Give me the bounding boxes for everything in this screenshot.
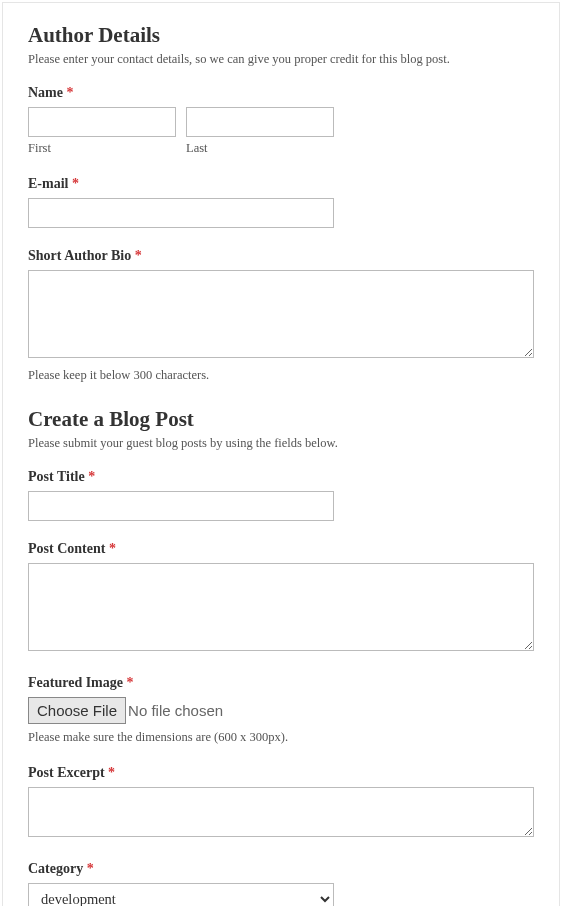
name-label: Name *: [28, 85, 534, 101]
image-field-group: Featured Image * Choose File No file cho…: [28, 675, 534, 745]
required-mark: *: [72, 176, 79, 191]
image-help: Please make sure the dimensions are (600…: [28, 730, 534, 745]
content-label: Post Content *: [28, 541, 534, 557]
excerpt-field-group: Post Excerpt *: [28, 765, 534, 841]
required-mark: *: [67, 85, 74, 100]
file-row: Choose File No file chosen: [28, 697, 534, 724]
required-mark: *: [88, 469, 95, 484]
image-label-text: Featured Image: [28, 675, 123, 690]
category-label: Category *: [28, 861, 534, 877]
author-details-heading: Author Details: [28, 23, 534, 48]
email-input[interactable]: [28, 198, 334, 228]
name-label-text: Name: [28, 85, 63, 100]
form-container: Author Details Please enter your contact…: [2, 2, 560, 906]
first-sublabel: First: [28, 141, 176, 156]
category-label-text: Category: [28, 861, 83, 876]
title-field-group: Post Title *: [28, 469, 534, 521]
last-name-col: Last: [186, 107, 334, 156]
content-label-text: Post Content: [28, 541, 105, 556]
bio-label-text: Short Author Bio: [28, 248, 131, 263]
required-mark: *: [87, 861, 94, 876]
file-status: No file chosen: [128, 702, 223, 719]
bio-field-group: Short Author Bio * Please keep it below …: [28, 248, 534, 383]
last-sublabel: Last: [186, 141, 334, 156]
blog-post-heading: Create a Blog Post: [28, 407, 534, 432]
title-label-text: Post Title: [28, 469, 85, 484]
name-field-group: Name * First Last: [28, 85, 534, 156]
excerpt-label-text: Post Excerpt: [28, 765, 105, 780]
title-input[interactable]: [28, 491, 334, 521]
required-mark: *: [127, 675, 134, 690]
choose-file-button[interactable]: Choose File: [28, 697, 126, 724]
content-field-group: Post Content *: [28, 541, 534, 655]
first-name-input[interactable]: [28, 107, 176, 137]
required-mark: *: [135, 248, 142, 263]
required-mark: *: [109, 541, 116, 556]
name-row: First Last: [28, 107, 534, 156]
bio-help: Please keep it below 300 characters.: [28, 368, 534, 383]
required-mark: *: [108, 765, 115, 780]
last-name-input[interactable]: [186, 107, 334, 137]
first-name-col: First: [28, 107, 176, 156]
excerpt-textarea[interactable]: [28, 787, 534, 837]
email-field-group: E-mail *: [28, 176, 534, 228]
author-details-desc: Please enter your contact details, so we…: [28, 52, 534, 67]
section2: Create a Blog Post Please submit your gu…: [28, 407, 534, 906]
email-label: E-mail *: [28, 176, 534, 192]
category-select[interactable]: development: [28, 883, 334, 906]
category-field-group: Category * development: [28, 861, 534, 906]
title-label: Post Title *: [28, 469, 534, 485]
image-label: Featured Image *: [28, 675, 534, 691]
blog-post-desc: Please submit your guest blog posts by u…: [28, 436, 534, 451]
bio-textarea[interactable]: [28, 270, 534, 358]
email-label-text: E-mail: [28, 176, 68, 191]
content-textarea[interactable]: [28, 563, 534, 651]
bio-label: Short Author Bio *: [28, 248, 534, 264]
excerpt-label: Post Excerpt *: [28, 765, 534, 781]
